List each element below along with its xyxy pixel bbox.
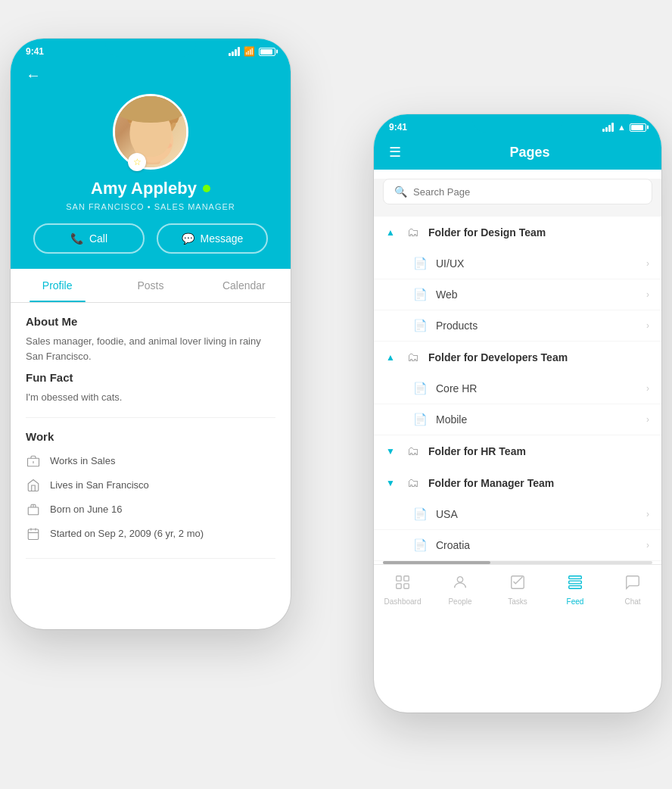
page-web[interactable]: 📄 Web › xyxy=(374,279,661,310)
tasks-icon xyxy=(509,574,526,594)
fun-fact-text: I'm obessed with cats. xyxy=(26,390,275,405)
avatar-container: ☆ xyxy=(11,94,291,170)
nav-people[interactable]: People xyxy=(431,571,489,609)
fun-fact-title: Fun Fact xyxy=(26,371,275,384)
page-icon-corehr: 📄 xyxy=(413,382,427,395)
nav-feed[interactable]: Feed xyxy=(546,571,604,609)
chevron-web-icon: › xyxy=(646,289,649,300)
page-name-usa: USA xyxy=(436,508,637,520)
page-icon-uiux: 📄 xyxy=(413,257,427,270)
nav-chat[interactable]: Chat xyxy=(604,571,661,609)
nav-feed-label: Feed xyxy=(567,597,584,606)
svg-point-7 xyxy=(151,142,155,145)
nav-dashboard-label: Dashboard xyxy=(384,597,422,606)
page-name-web: Web xyxy=(436,288,637,301)
work-text-location: Lives in San Francisco xyxy=(50,479,149,491)
nav-chat-label: Chat xyxy=(624,597,640,606)
nav-tasks-label: Tasks xyxy=(508,597,527,606)
chevron-corehr-icon: › xyxy=(646,383,649,394)
work-icon-sales xyxy=(26,454,41,469)
svg-rect-19 xyxy=(404,576,409,581)
tab-profile[interactable]: Profile xyxy=(11,269,104,302)
signal-icon-2 xyxy=(602,123,614,132)
svg-rect-26 xyxy=(569,586,582,589)
about-title: About Me xyxy=(26,315,275,328)
work-text-started: Started on Sep 2, 2009 (6 yr, 2 mo) xyxy=(50,528,204,539)
work-icon-location xyxy=(26,478,41,493)
work-text-sales: Works in Sales xyxy=(50,455,115,466)
nav-people-label: People xyxy=(448,597,471,606)
work-text-birthday: Born on June 16 xyxy=(50,504,122,515)
message-button[interactable]: 💬 Message xyxy=(157,223,268,254)
profile-subtitle: SAN FRANCISCO • SALES MANAGER xyxy=(11,202,291,211)
search-input[interactable] xyxy=(413,186,641,198)
work-item-location: Lives in San Francisco xyxy=(26,473,275,497)
notch-1 xyxy=(105,39,196,57)
chevron-mgr-icon: ▼ xyxy=(386,478,398,488)
chat-icon xyxy=(624,574,641,594)
profile-header: ← xyxy=(11,61,291,269)
svg-rect-25 xyxy=(569,581,582,584)
pages-list: ▲ 🗂 Folder for Design Team 📄 UI/UX › 📄 W… xyxy=(374,217,661,564)
page-name-products: Products xyxy=(436,320,637,332)
folder-icon-hr: 🗂 xyxy=(407,444,419,458)
bottom-nav: Dashboard People Tasks Feed xyxy=(374,564,661,612)
nav-dashboard[interactable]: Dashboard xyxy=(374,571,431,609)
page-usa[interactable]: 📄 USA › xyxy=(374,499,661,530)
folder-hr-team[interactable]: ▼ 🗂 Folder for HR Team xyxy=(374,435,661,467)
back-button[interactable]: ← xyxy=(11,61,291,90)
scrollbar[interactable] xyxy=(383,561,652,564)
page-croatia[interactable]: 📄 Croatia › xyxy=(374,530,661,561)
search-bar[interactable]: 🔍 xyxy=(383,179,652,204)
pages-header: ☰ Pages xyxy=(374,136,661,170)
page-icon-mobile: 📄 xyxy=(413,413,427,426)
nav-tasks[interactable]: Tasks xyxy=(489,571,546,609)
work-item-sales: Works in Sales xyxy=(26,449,275,473)
search-icon: 🔍 xyxy=(394,186,407,198)
chevron-uiux-icon: › xyxy=(646,258,649,269)
profile-content: About Me Sales manager, foodie, and anim… xyxy=(11,303,291,559)
time-1: 9:41 xyxy=(26,46,44,57)
svg-rect-20 xyxy=(397,584,401,588)
svg-rect-12 xyxy=(28,507,39,515)
star-badge: ☆ xyxy=(128,153,146,171)
chevron-products-icon: › xyxy=(646,320,649,331)
page-icon-usa: 📄 xyxy=(413,507,427,521)
svg-rect-14 xyxy=(28,529,39,540)
tab-posts[interactable]: Posts xyxy=(104,269,197,302)
folder-manager-team[interactable]: ▼ 🗂 Folder for Manager Team xyxy=(374,467,661,499)
time-2: 9:41 xyxy=(389,122,407,133)
dashboard-icon xyxy=(394,574,411,594)
page-icon-web: 📄 xyxy=(413,288,427,301)
svg-rect-18 xyxy=(397,576,401,581)
status-icons-2: ▲ xyxy=(602,123,646,132)
page-products[interactable]: 📄 Products › xyxy=(374,310,661,341)
scrollbar-thumb xyxy=(383,561,490,564)
phone-profile: 9:41 📶 ← xyxy=(11,39,291,629)
phone-icon: 📞 xyxy=(70,232,83,245)
profile-tabs: Profile Posts Calendar xyxy=(11,269,291,303)
chevron-usa-icon: › xyxy=(646,509,649,519)
page-mobile[interactable]: 📄 Mobile › xyxy=(374,404,661,435)
folder-icon-mgr: 🗂 xyxy=(407,476,419,490)
folder-design-team[interactable]: ▲ 🗂 Folder for Design Team xyxy=(374,217,661,248)
wifi-icon-2: ▲ xyxy=(618,123,626,132)
page-corehr[interactable]: 📄 Core HR › xyxy=(374,373,661,404)
page-uiux[interactable]: 📄 UI/UX › xyxy=(374,248,661,279)
feed-icon xyxy=(567,574,583,594)
profile-name: Amy Appleby xyxy=(11,179,291,198)
folder-developers-team[interactable]: ▲ 🗂 Folder for Developers Team xyxy=(374,341,661,373)
work-section: Work Works in Sales Lives in San Francis… xyxy=(26,418,275,559)
svg-rect-21 xyxy=(404,584,409,588)
status-icons-1: 📶 xyxy=(229,46,275,57)
phone-pages: 9:41 ▲ ☰ Pages 🔍 ▲ xyxy=(374,114,661,713)
svg-point-22 xyxy=(457,577,462,582)
signal-icon-1 xyxy=(229,47,240,56)
chevron-croatia-icon: › xyxy=(646,540,649,550)
online-indicator xyxy=(203,185,210,192)
tab-calendar[interactable]: Calendar xyxy=(198,269,291,302)
svg-point-6 xyxy=(160,134,163,137)
work-item-birthday: Born on June 16 xyxy=(26,497,275,522)
hamburger-icon[interactable]: ☰ xyxy=(389,144,401,161)
call-button[interactable]: 📞 Call xyxy=(33,223,145,254)
